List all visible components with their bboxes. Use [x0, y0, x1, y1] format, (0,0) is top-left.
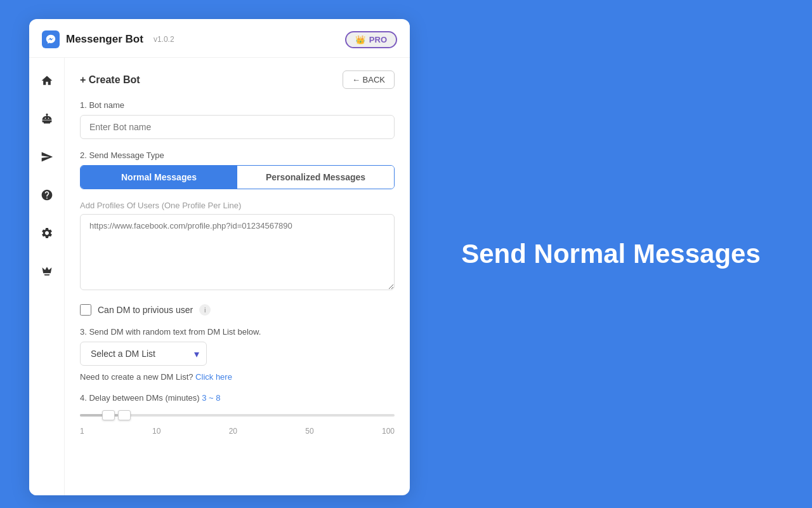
dm-list-label: 3. Send DM with random text from DM List…: [80, 327, 395, 337]
profiles-textarea[interactable]: [80, 214, 395, 290]
slider-label-100: 100: [382, 427, 395, 436]
sidebar-item-crown[interactable]: [36, 260, 58, 283]
dm-list-prompt: Need to create a new DM List?: [80, 372, 193, 382]
profiles-hint: (One Profile Per Line): [162, 201, 242, 210]
back-button[interactable]: ← BACK: [343, 70, 395, 89]
sidebar-item-send[interactable]: [36, 145, 58, 168]
profiles-main-label: Add Profiles Of Users: [80, 201, 159, 210]
slider-thumb-left[interactable]: [102, 410, 115, 420]
personalized-messages-tab[interactable]: Personalized Messages: [237, 166, 394, 189]
delay-slider-container: 1 10 20 50 100: [80, 409, 395, 448]
sidebar-item-settings[interactable]: [36, 222, 58, 244]
message-type-toggle: Normal Messages Personalized Messages: [80, 165, 395, 189]
message-type-label: 2. Send Message Type: [80, 150, 395, 160]
click-here-link[interactable]: Click here: [195, 372, 232, 382]
profiles-label: Add Profiles Of Users (One Profile Per L…: [80, 201, 395, 210]
main-content: + Create Bot ← BACK 1. Bot name 2. Send …: [65, 58, 410, 495]
header-left: Messenger Bot v1.0.2: [42, 30, 174, 48]
app-title: Messenger Bot: [66, 33, 143, 46]
slider-label-50: 50: [305, 427, 313, 436]
delay-label: 4. Delay between DMs (minutes) 3 ~ 8: [80, 393, 395, 403]
delay-range-link[interactable]: 3 ~ 8: [202, 393, 220, 403]
sidebar: [29, 58, 65, 495]
app-window: Messenger Bot v1.0.2 👑 PRO: [29, 19, 410, 495]
pro-label: PRO: [369, 35, 387, 44]
slider-label-20: 20: [229, 427, 237, 436]
slider-labels: 1 10 20 50 100: [80, 427, 395, 436]
delay-group: 4. Delay between DMs (minutes) 3 ~ 8 1 1…: [80, 393, 395, 448]
dm-list-group: 3. Send DM with random text from DM List…: [80, 327, 395, 382]
sidebar-item-home[interactable]: [36, 69, 58, 92]
create-bot-label: + Create Bot: [80, 74, 140, 86]
delay-step-label: 4. Delay between DMs (minutes): [80, 393, 200, 403]
bot-name-input[interactable]: [80, 115, 395, 139]
info-icon[interactable]: i: [199, 304, 211, 316]
app-body: + Create Bot ← BACK 1. Bot name 2. Send …: [29, 58, 410, 495]
messenger-bot-icon: [42, 30, 60, 48]
hero-text: Send Normal Messages: [410, 213, 812, 295]
create-bot-button[interactable]: + Create Bot: [80, 74, 140, 86]
normal-messages-tab[interactable]: Normal Messages: [81, 166, 237, 189]
select-dm-dropdown[interactable]: Select a DM List: [80, 342, 207, 366]
can-dm-row: Can DM to privious user i: [80, 304, 395, 316]
slider-thumb-right[interactable]: [118, 410, 131, 420]
bot-name-label: 1. Bot name: [80, 100, 395, 110]
sidebar-item-help[interactable]: [36, 184, 58, 206]
create-dm-list-row: Need to create a new DM List? Click here: [80, 372, 395, 382]
pro-button[interactable]: 👑 PRO: [345, 31, 397, 48]
bot-name-group: 1. Bot name: [80, 100, 395, 139]
can-dm-checkbox[interactable]: [80, 304, 91, 316]
section-header: + Create Bot ← BACK: [80, 70, 395, 89]
back-label: ← BACK: [352, 75, 385, 84]
sidebar-item-bot[interactable]: [36, 107, 58, 130]
select-dm-wrapper: Select a DM List ▾: [80, 342, 207, 366]
app-version: v1.0.2: [154, 35, 174, 44]
profiles-group: Add Profiles Of Users (One Profile Per L…: [80, 201, 395, 293]
message-type-group: 2. Send Message Type Normal Messages Per…: [80, 150, 395, 189]
crown-badge-icon: 👑: [355, 35, 365, 44]
can-dm-label: Can DM to privious user: [98, 305, 193, 315]
slider-label-10: 10: [152, 427, 160, 436]
app-header: Messenger Bot v1.0.2 👑 PRO: [29, 19, 410, 58]
slider-label-1: 1: [80, 427, 84, 436]
